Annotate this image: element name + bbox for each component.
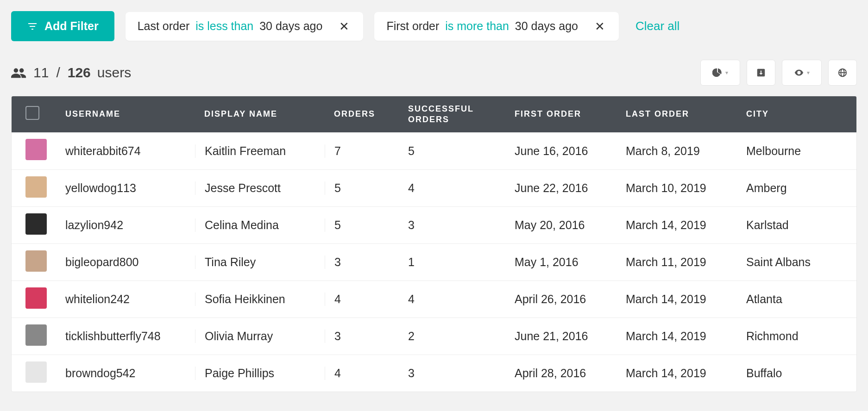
visibility-button[interactable]: ▾ <box>782 60 822 86</box>
cell-successful-orders: 1 <box>399 255 505 269</box>
avatar <box>25 287 47 309</box>
cell-first-order: June 21, 2016 <box>505 330 616 343</box>
cell-city: Karlstad <box>737 218 856 232</box>
cell-last-order: March 11, 2019 <box>616 255 737 269</box>
users-table: USERNAME DISPLAY NAME ORDERS SUCCESSFUL … <box>11 96 857 392</box>
count-noun: users <box>97 65 131 81</box>
table-row[interactable]: browndog542Paige Phillips43April 28, 201… <box>12 355 856 392</box>
cell-orders: 4 <box>325 293 399 306</box>
close-icon[interactable]: ✕ <box>593 19 607 33</box>
cell-successful-orders: 2 <box>399 330 505 343</box>
table-body: whiterabbit674Kaitlin Freeman75June 16, … <box>12 132 856 392</box>
cell-last-order: March 14, 2019 <box>616 330 737 343</box>
col-last-order[interactable]: LAST ORDER <box>616 109 737 119</box>
avatar <box>25 361 47 383</box>
cell-successful-orders: 5 <box>399 144 505 158</box>
filter-chip-text: First order is more than 30 days ago <box>386 19 581 33</box>
col-successful-orders[interactable]: SUCCESSFUL ORDERS <box>399 104 505 125</box>
cell-orders: 4 <box>325 367 399 380</box>
col-display-name[interactable]: DISPLAY NAME <box>195 109 325 119</box>
clear-all-link[interactable]: Clear all <box>635 19 679 33</box>
add-filter-label: Add Filter <box>44 19 99 33</box>
table-row[interactable]: ticklishbutterfly748Olivia Murray32June … <box>12 318 856 355</box>
cell-username: bigleopard800 <box>56 255 195 269</box>
cell-display-name: Kaitlin Freeman <box>195 144 325 158</box>
user-count: 11 / 126 users <box>11 65 131 81</box>
cell-display-name: Paige Phillips <box>195 367 325 380</box>
cell-city: Buffalo <box>737 367 856 380</box>
caret-down-icon: ▾ <box>807 69 810 76</box>
export-icon <box>756 68 766 78</box>
avatar <box>25 176 47 198</box>
filter-chip[interactable]: Last order is less than 30 days ago ✕ <box>126 12 364 41</box>
export-button[interactable] <box>747 60 775 86</box>
cell-successful-orders: 4 <box>399 293 505 306</box>
select-all-checkbox[interactable] <box>25 106 39 120</box>
table-row[interactable]: lazylion942Celina Medina53May 20, 2016Ma… <box>12 206 856 243</box>
table-actions: ▾ ▾ <box>700 60 857 86</box>
cell-username: yellowdog113 <box>56 181 195 195</box>
globe-button[interactable] <box>828 60 857 86</box>
cell-username: whitelion242 <box>56 293 195 306</box>
table-row[interactable]: whitelion242Sofia Heikkinen44April 26, 2… <box>12 280 856 318</box>
cell-first-order: April 28, 2016 <box>505 367 616 380</box>
cell-last-order: March 10, 2019 <box>616 181 737 195</box>
cell-first-order: April 26, 2016 <box>505 293 616 306</box>
cell-city: Atlanta <box>737 293 856 306</box>
eye-icon <box>794 68 804 78</box>
cell-last-order: March 8, 2019 <box>616 144 737 158</box>
cell-display-name: Celina Medina <box>195 218 325 232</box>
cell-city: Melbourne <box>737 144 856 158</box>
cell-orders: 5 <box>325 181 399 195</box>
table-row[interactable]: whiterabbit674Kaitlin Freeman75June 16, … <box>12 132 856 169</box>
count-filtered: 11 <box>33 65 49 81</box>
pie-chart-icon <box>712 68 723 78</box>
cell-orders: 5 <box>325 218 399 232</box>
col-first-order[interactable]: FIRST ORDER <box>505 109 616 119</box>
cell-orders: 7 <box>325 144 399 158</box>
cell-city: Richmond <box>737 330 856 343</box>
table-row[interactable]: yellowdog113Jesse Prescott54June 22, 201… <box>12 169 856 206</box>
avatar <box>25 139 47 160</box>
cell-successful-orders: 4 <box>399 181 505 195</box>
avatar <box>25 250 47 272</box>
chart-button[interactable]: ▾ <box>700 60 740 86</box>
cell-username: whiterabbit674 <box>56 144 195 158</box>
filter-icon <box>27 21 38 32</box>
cell-city: Saint Albans <box>737 255 856 269</box>
cell-last-order: March 14, 2019 <box>616 367 737 380</box>
svg-point-0 <box>14 68 18 73</box>
col-orders[interactable]: ORDERS <box>325 109 399 119</box>
col-city[interactable]: CITY <box>737 109 856 119</box>
col-username[interactable]: USERNAME <box>56 109 195 119</box>
cell-first-order: June 16, 2016 <box>505 144 616 158</box>
subheader: 11 / 126 users ▾ ▾ <box>11 60 857 86</box>
cell-display-name: Jesse Prescott <box>195 181 325 195</box>
cell-display-name: Olivia Murray <box>195 330 325 343</box>
cell-successful-orders: 3 <box>399 218 505 232</box>
cell-display-name: Sofia Heikkinen <box>195 293 325 306</box>
cell-successful-orders: 3 <box>399 367 505 380</box>
cell-city: Amberg <box>737 181 856 195</box>
filter-chip[interactable]: First order is more than 30 days ago ✕ <box>374 12 619 41</box>
close-icon[interactable]: ✕ <box>337 19 351 33</box>
table-row[interactable]: bigleopard800Tina Riley31May 1, 2016Marc… <box>12 243 856 280</box>
cell-first-order: May 1, 2016 <box>505 255 616 269</box>
count-total: 126 <box>68 65 91 81</box>
cell-orders: 3 <box>325 255 399 269</box>
cell-username: browndog542 <box>56 367 195 380</box>
cell-first-order: June 22, 2016 <box>505 181 616 195</box>
filter-toolbar: Add Filter Last order is less than 30 da… <box>11 11 857 41</box>
cell-display-name: Tina Riley <box>195 255 325 269</box>
filter-chip-text: Last order is less than 30 days ago <box>138 19 326 33</box>
users-icon <box>11 67 27 78</box>
add-filter-button[interactable]: Add Filter <box>11 11 114 41</box>
cell-orders: 3 <box>325 330 399 343</box>
cell-last-order: March 14, 2019 <box>616 293 737 306</box>
caret-down-icon: ▾ <box>725 69 728 76</box>
globe-icon <box>837 68 848 78</box>
cell-last-order: March 14, 2019 <box>616 218 737 232</box>
avatar <box>25 213 47 235</box>
svg-point-1 <box>19 68 24 73</box>
cell-first-order: May 20, 2016 <box>505 218 616 232</box>
